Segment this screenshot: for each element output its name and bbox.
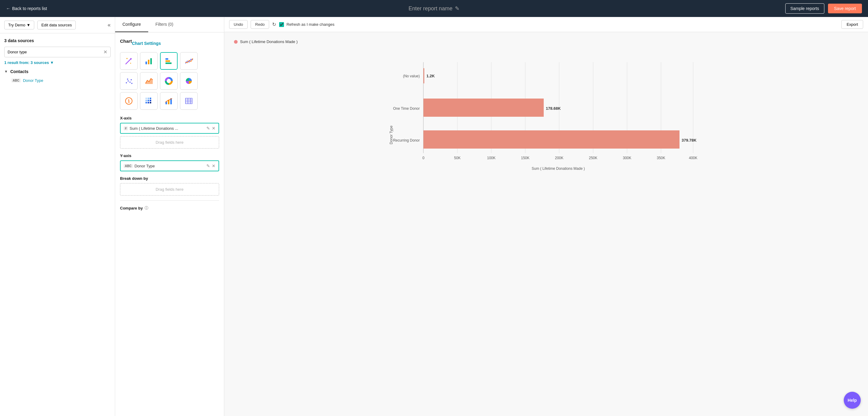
bar-chart-svg: Donor Type 1.2K (No value) — [234, 50, 858, 177]
svg-rect-23 — [150, 98, 151, 99]
redo-button[interactable]: Redo — [251, 20, 269, 29]
svg-rect-22 — [148, 98, 149, 99]
main-layout: Try Demo ▼ Edit data sources « 3 data so… — [0, 17, 868, 416]
x-tick-400k: 400K — [689, 156, 698, 160]
results-label: 1 result from: 3 sources ▼ — [4, 60, 111, 65]
x-axis-drag-zone[interactable]: Drag fields here — [120, 136, 219, 149]
edit-data-sources-button[interactable]: Edit data sources — [37, 21, 75, 29]
svg-point-13 — [128, 80, 129, 82]
sidebar-content: 3 data sources ✕ 1 result from: 3 source… — [0, 33, 115, 89]
chart-type-table[interactable] — [180, 92, 197, 110]
x-tick-0: 0 — [423, 156, 425, 160]
chart-type-donut[interactable] — [160, 72, 178, 90]
svg-rect-11 — [165, 62, 172, 64]
contacts-label: Contacts — [10, 69, 29, 74]
field-type-badge: ABC — [11, 79, 21, 83]
breakdown-drag-zone[interactable]: Drag fields here — [120, 183, 219, 196]
donor-type-field[interactable]: ABC Donor Type — [4, 77, 111, 84]
x-tick-350k: 350K — [657, 156, 665, 160]
back-button[interactable]: ← Back to reports list — [6, 6, 47, 11]
y-axis-field-inner: ABC Donor Type — [124, 164, 205, 168]
svg-rect-6 — [146, 62, 147, 64]
breakdown-label: Break down by — [120, 176, 219, 181]
sample-reports-button[interactable]: Sample reports — [785, 3, 824, 13]
chart-type-bar[interactable] — [140, 52, 158, 70]
svg-rect-8 — [150, 58, 152, 64]
svg-point-17 — [131, 83, 132, 84]
export-button[interactable]: Export — [841, 20, 863, 29]
x-tick-250k: 250K — [589, 156, 597, 160]
chart-legend: Sum ( Lifetime Donations Made ) — [234, 39, 858, 44]
x-axis-badge: # — [124, 126, 128, 130]
y-axis-field: ABC Donor Type ✎ ✕ — [120, 160, 219, 171]
refresh-checkbox[interactable] — [279, 22, 284, 27]
tab-filters[interactable]: Filters (0) — [148, 17, 181, 32]
x-axis-remove-icon[interactable]: ✕ — [212, 126, 216, 131]
clear-search-icon[interactable]: ✕ — [103, 49, 107, 55]
x-axis-edit-icon[interactable]: ✎ — [207, 126, 210, 131]
refresh-icon[interactable]: ↻ — [272, 22, 276, 27]
nav-actions: Sample reports Save report — [785, 3, 862, 13]
save-report-button[interactable]: Save report — [828, 4, 862, 13]
svg-point-15 — [127, 79, 128, 80]
field-name-label: Donor Type — [23, 78, 43, 83]
chart-type-number[interactable]: 1 — [120, 92, 137, 110]
bar-label-no-value-y: (No value) — [403, 74, 420, 78]
panel-content: Chart Chart Settings 1 X-axis # Sum ( Li… — [115, 32, 224, 217]
report-name-input[interactable]: Enter report name — [408, 5, 453, 12]
svg-line-0 — [126, 59, 131, 64]
chart-visualization: Sum ( Lifetime Donations Made ) Donor Ty… — [224, 32, 868, 416]
help-button[interactable]: Help — [844, 392, 861, 409]
chart-settings-link[interactable]: Chart Settings — [132, 41, 161, 46]
search-box: ✕ — [4, 47, 111, 57]
x-axis-title: Sum ( Lifetime Donations Made ) — [532, 167, 585, 171]
svg-rect-7 — [148, 60, 149, 64]
compare-label: Compare by ⓘ — [120, 206, 219, 211]
left-sidebar: Try Demo ▼ Edit data sources « 3 data so… — [0, 17, 115, 416]
chart-type-combo[interactable] — [160, 92, 178, 110]
x-axis-field-name: Sum ( Lifetime Donations ... — [130, 126, 178, 131]
x-tick-150k: 150K — [521, 156, 529, 160]
refresh-label: Refresh as I make changes — [286, 22, 334, 27]
data-sources-label: 3 data sources — [4, 38, 111, 43]
refresh-checkbox-area: Refresh as I make changes — [279, 22, 334, 27]
back-arrow-icon: ← — [6, 6, 10, 11]
chart-type-magic[interactable] — [120, 52, 137, 70]
middle-panel: Configure Filters (0) Chart Chart Settin… — [115, 17, 224, 416]
try-demo-button[interactable]: Try Demo ▼ — [4, 21, 34, 29]
svg-point-16 — [131, 79, 132, 80]
y-axis-edit-icon[interactable]: ✎ — [207, 164, 210, 168]
chart-type-scatter[interactable] — [120, 72, 137, 90]
y-axis-remove-icon[interactable]: ✕ — [212, 164, 216, 168]
chart-type-heatmap[interactable] — [140, 92, 158, 110]
bar-one-time-donor — [424, 98, 544, 117]
y-axis-field-name: Donor Type — [134, 164, 155, 168]
svg-rect-26 — [150, 100, 151, 101]
x-tick-300k: 300K — [623, 156, 631, 160]
svg-point-14 — [129, 82, 131, 83]
tab-configure[interactable]: Configure — [115, 17, 148, 32]
svg-point-1 — [130, 58, 132, 60]
sidebar-toolbar: Try Demo ▼ Edit data sources « — [0, 17, 115, 33]
y-axis-title: Donor Type — [389, 125, 393, 144]
undo-button[interactable]: Undo — [229, 20, 248, 29]
chart-type-pie[interactable] — [180, 72, 197, 90]
svg-point-12 — [126, 82, 127, 83]
svg-rect-24 — [146, 100, 147, 101]
x-tick-100k: 100K — [487, 156, 496, 160]
x-axis-field-inner: # Sum ( Lifetime Donations ... — [124, 126, 205, 131]
svg-rect-27 — [146, 102, 147, 103]
collapse-button[interactable]: « — [107, 22, 111, 28]
bar-label-no-value: 1.2K — [427, 74, 435, 78]
contacts-section-header[interactable]: ▼ Contacts — [4, 69, 111, 74]
svg-rect-21 — [146, 98, 147, 99]
chart-type-line[interactable] — [180, 52, 197, 70]
bar-no-value — [424, 68, 424, 83]
pencil-icon[interactable]: ✎ — [455, 5, 460, 12]
y-axis-badge: ABC — [124, 164, 133, 168]
search-input[interactable] — [7, 50, 101, 54]
chart-type-bar-horizontal[interactable] — [160, 52, 178, 70]
sources-link[interactable]: 3 sources ▼ — [31, 60, 54, 65]
info-icon: ⓘ — [145, 206, 148, 211]
chart-type-area[interactable] — [140, 72, 158, 90]
